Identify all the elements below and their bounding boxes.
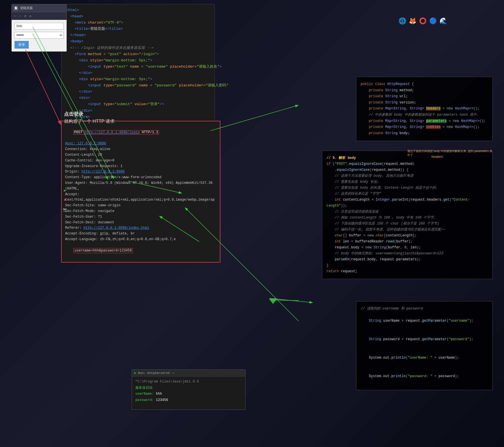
nav-home-button[interactable]: ⌂ — [29, 14, 31, 18]
ide-run-side-icon[interactable]: ▶ — [62, 188, 68, 193]
http-contenttype-line: Content-Type: application/x-www-form-url… — [65, 175, 216, 180]
eye-icon: 👁 — [59, 34, 63, 37]
java-line-4: private String version; — [361, 100, 488, 106]
parse-line-9: // 例如 contentLength 为 100 , body 中有 100 … — [327, 215, 488, 221]
username-input[interactable] — [15, 23, 64, 30]
browser-window: 📄 登陆页面 ← → ↺ ⌂ 👁 登录 — [11, 4, 67, 52]
parse-line-8: // 注意这些成功或错误读成 — [327, 209, 488, 215]
ide-username-line: userName: hhh — [135, 391, 242, 397]
parse-line-11: // 编码不统一长, 就暂不考虑. 这样创建的缓冲区才能保证长度匹配~~ — [327, 227, 488, 233]
chrome-icon: 🌐 — [398, 17, 406, 25]
parse-line-16: parseKV(request.body, request.parameters… — [327, 257, 488, 263]
http-request-box: POST http://127.0.0.1:9090/login HTTP/1.… — [61, 121, 220, 263]
nav-forward-button[interactable]: → — [19, 14, 21, 18]
parse-line-7: int contentLength = Integer.parseInt(req… — [327, 197, 488, 209]
opera-icon: ⭕ — [419, 17, 427, 25]
http-cachecontrol-line: Cache-Control: max-age=0 — [65, 158, 216, 164]
code-line-4: <title>登陆页面</title> — [66, 26, 210, 32]
bc-comment-line: // 读取到的 username 和 password — [361, 306, 488, 312]
body-parse-annotation: 通过下面的代码就把 body 中的键值对解析出来, 放到 parameters … — [407, 149, 493, 157]
browser-content: 👁 登录 — [12, 20, 67, 51]
code-line-10: <div style="margin-bottom: 5px;"> — [66, 57, 210, 64]
code-line-12: </div> — [66, 70, 210, 76]
parse-code-box: // 5. 解析 body if ("POST".equalsIgnoreCas… — [322, 151, 493, 279]
http-first-line: POST http://127.0.0.1:9090/login HTTP/1.… — [65, 124, 216, 141]
parse-line-6: // 这里的转化单位是 "字节" — [327, 191, 488, 197]
http-contentlength-line: Content-Length: 28 — [65, 152, 216, 158]
nav-refresh-button[interactable]: ↺ — [24, 14, 26, 18]
code-line-13: <div style="margin-bottom: 5px;"> — [66, 76, 210, 82]
ie-icon: 🔵 — [429, 17, 437, 25]
ide-run-label: Run: — [138, 371, 145, 375]
code-line-9: <form method = "post" action="/login"> — [66, 51, 210, 57]
ide-tab-bar: ▶ Run: HttpServerV3 ✕ — [132, 370, 245, 377]
run-icon: ▶ — [134, 371, 136, 375]
ide-tab-close[interactable]: ✕ — [173, 371, 174, 375]
browser-icons-bar: 🌐 🦊 ⭕ 🔵 🌊 — [398, 17, 447, 25]
parse-line-1: if ("POST".equalsIgnoreCase(request.meth… — [327, 161, 488, 167]
parse-line-3: // 这两个方法需要处理 body, 其他方法都不考虑 — [327, 173, 488, 179]
browser-titlebar: 📄 登陆页面 — [12, 4, 67, 12]
bc-println-password-line: System.out.println("password: " + passwo… — [361, 367, 488, 386]
code-line-11: <input type="text" name = "username" pla… — [66, 64, 210, 70]
login-button[interactable]: 登录 — [15, 41, 29, 49]
password-wrapper: 👁 — [15, 32, 64, 39]
click-subtitle: 就构造了一个 HTTP 请求 — [64, 118, 115, 124]
parse-line-4: // 需要先知道 body 长短. — [327, 179, 488, 185]
http-secmode-line: Sec-Fetch-Mode: navigate — [65, 209, 216, 214]
java-line-7: private Map<String, String> parameters =… — [361, 118, 488, 124]
ide-tab-label: HttpServerV3 — [147, 371, 170, 375]
java-line-3: private String url; — [361, 93, 488, 100]
browser-nav: ← → ↺ ⌂ — [12, 12, 67, 20]
parse-line-15: // body 中的格式类似: username=tangjiacchi&pas… — [327, 251, 488, 257]
browser-title: 登陆页面 — [20, 6, 33, 10]
http-origin-line: Origin: http://127.0.0.1:9090 — [65, 169, 216, 175]
http-host-line: Host: 127.0.0.1:9090 — [65, 141, 216, 147]
nav-back-button[interactable]: ← — [14, 14, 16, 18]
code-line-7: <!-- /login 这样的操作还未在服务器实现 --> — [66, 45, 210, 51]
ide-server-start-line: 服务器启动 — [135, 385, 242, 391]
click-description: 点击登录 就构造了一个 HTTP 请求 — [64, 111, 115, 124]
http-upgrade-line: Upgrade-Insecure-Requests: 1 — [65, 164, 216, 169]
code-line-6: <body> — [66, 38, 210, 45]
http-accept-line: Accept: text/html,application/xhtml+xml,… — [65, 192, 216, 203]
ide-path-line: "C:\Program Files\Java\jdk1.8.0 — [135, 379, 242, 385]
code-line-3: <meta charset="UTF-8"> — [66, 20, 210, 26]
edge-icon: 🌊 — [439, 17, 447, 25]
login-form: 👁 登录 — [15, 23, 64, 49]
parse-line-5: // 需要先知道 body 的长度, Content-Length 就是干这个的… — [327, 185, 488, 191]
http-secsite-line: Sec-Fetch-Site: same-origin — [65, 203, 216, 209]
http-useragent-line: User-Agent: Mozilla/5.0 (Windows NT 10.0… — [65, 180, 216, 192]
http-referer-line: Referer: http://127.0.0.1:9090/index.htm… — [65, 225, 216, 231]
page-icon: 📄 — [14, 6, 18, 10]
http-language-line: Accept-Language: zh-CN,zh;q=0.9,en;q=0.8… — [65, 237, 216, 242]
ide-content: "C:\Program Files\Java\jdk1.8.0 服务器启动 us… — [132, 377, 245, 409]
java-line-2: private String method; — [361, 88, 488, 94]
parse-line-13: int len = bufferedReader.read(buffer); — [327, 239, 488, 245]
java-line-8: private Map<String, String> cookies = ne… — [361, 124, 488, 130]
http-secuser-line: Sec-Fetch-User: ?1 — [65, 214, 216, 220]
firefox-icon: 🦊 — [408, 17, 416, 25]
parse-line-17: } — [327, 263, 488, 269]
ide-console: ▶ Run: HttpServerV3 ✕ "C:\Program Files\… — [132, 369, 245, 410]
code-line-18: <input type="submit" value="登录"/> — [66, 101, 210, 107]
ide-camera-icon[interactable]: 📷 — [62, 207, 68, 213]
bc-println-username-line: System.out.println("userName: " + userNa… — [361, 349, 488, 367]
bc-password-line: String password = request.getParameter("… — [361, 330, 488, 349]
parse-line-14: request.body = new String(buffer, 0, len… — [327, 245, 488, 251]
http-connection-line: Connection: keep-alive — [65, 147, 216, 152]
click-title: 点击登录 — [64, 111, 115, 117]
bc-username-line: String userName = request.getParameter("… — [361, 312, 488, 330]
code-line-2: <head> — [66, 13, 210, 20]
java-line-6: // 中的参数和 body 中的参数都放到这个 parameters hash … — [361, 112, 488, 118]
java-code-box: public class HttpRequest { private Strin… — [356, 77, 493, 141]
http-secdest-line: Sec-Fetch-Dest: document — [65, 220, 216, 226]
java-line-9: private String body; — [361, 130, 488, 137]
ide-sidebar: ▶ ■ 📷 — [62, 188, 68, 213]
code-line-1: <html> — [66, 7, 210, 13]
ide-stop-icon[interactable]: ■ — [62, 197, 68, 203]
java-line-5: private Map<String, String> headers = ne… — [361, 106, 488, 112]
parse-line-10: // 下面创建的缓冲区也是 100 个 char (相当于是 200 个字节) — [327, 221, 488, 227]
password-input[interactable] — [15, 32, 64, 39]
http-params-line: username=hhh&password=123456 — [65, 242, 216, 259]
